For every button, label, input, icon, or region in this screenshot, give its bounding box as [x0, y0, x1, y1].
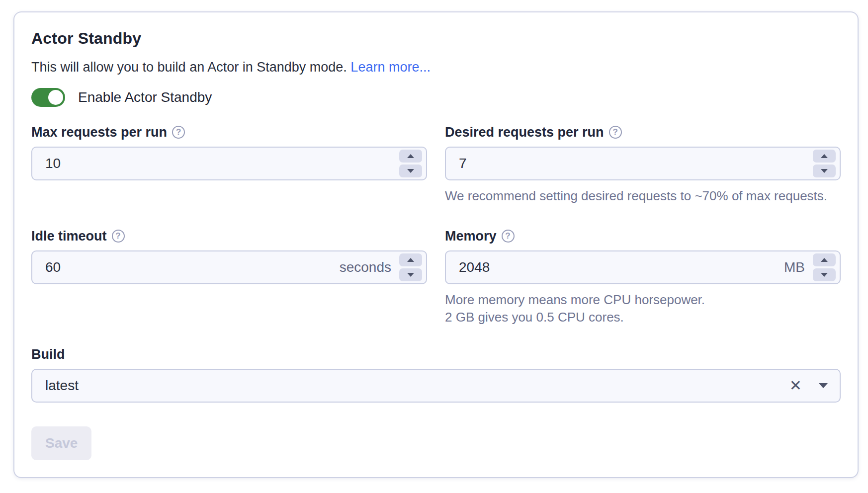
actor-standby-card: Actor Standby This will allow you to bui… — [13, 11, 859, 478]
chevron-down-icon[interactable] — [819, 383, 828, 388]
memory-helper: More memory means more CPU horsepower. 2… — [445, 291, 841, 326]
build-label: Build — [31, 347, 65, 362]
stepper-up-button[interactable] — [399, 253, 422, 266]
enable-standby-row: Enable Actor Standby — [31, 88, 841, 107]
memory-input[interactable] — [446, 251, 784, 283]
save-button[interactable]: Save — [31, 426, 91, 460]
field-max-requests: Max requests per run ? — [31, 124, 427, 180]
toggle-label: Enable Actor Standby — [78, 89, 212, 105]
max-requests-label: Max requests per run — [31, 125, 167, 140]
idle-timeout-input[interactable] — [32, 251, 340, 283]
field-desired-requests: Desired requests per run ? We recommend … — [445, 124, 841, 205]
section-title: Actor Standby — [31, 29, 841, 48]
arrow-up-icon — [821, 258, 828, 262]
enable-standby-toggle[interactable] — [31, 88, 65, 107]
build-select[interactable]: ✕ — [31, 369, 841, 403]
memory-label: Memory — [445, 229, 497, 244]
field-memory: Memory ? MB More memory means more CPU h… — [445, 228, 841, 326]
arrow-up-icon — [407, 258, 414, 262]
desired-requests-label: Desired requests per run — [445, 125, 604, 140]
arrow-up-icon — [407, 154, 414, 158]
field-build: Build ✕ — [31, 346, 841, 403]
help-icon[interactable]: ? — [502, 230, 515, 243]
stepper-up-button[interactable] — [399, 150, 422, 163]
memory-inputbox: MB — [445, 250, 841, 284]
arrow-down-icon — [407, 169, 414, 173]
arrow-down-icon — [407, 273, 414, 277]
memory-helper-line: 2 GB gives you 0.5 CPU cores. — [445, 309, 841, 326]
field-idle-timeout: Idle timeout ? seconds — [31, 228, 427, 284]
idle-timeout-label: Idle timeout — [31, 229, 107, 244]
help-icon[interactable]: ? — [609, 126, 622, 139]
learn-more-link[interactable]: Learn more... — [350, 60, 431, 75]
arrow-up-icon — [821, 154, 828, 158]
max-requests-inputbox — [31, 147, 427, 180]
desired-requests-inputbox — [445, 147, 841, 180]
desired-requests-helper: We recommend setting desired requests to… — [445, 187, 841, 205]
description-text: This will allow you to build an Actor in… — [31, 60, 347, 75]
arrow-down-icon — [821, 169, 828, 173]
stepper-up-button[interactable] — [813, 253, 836, 266]
clear-icon[interactable]: ✕ — [789, 378, 802, 393]
memory-unit: MB — [784, 259, 805, 275]
memory-helper-line: More memory means more CPU horsepower. — [445, 291, 841, 309]
idle-timeout-unit: seconds — [340, 259, 391, 275]
stepper-down-button[interactable] — [399, 268, 422, 281]
build-input[interactable] — [32, 370, 789, 402]
stepper-down-button[interactable] — [399, 164, 422, 177]
idle-timeout-inputbox: seconds — [31, 250, 427, 284]
max-requests-input[interactable] — [32, 148, 399, 179]
toggle-knob-icon — [48, 90, 63, 105]
fields-grid: Max requests per run ? Desired requests … — [31, 124, 841, 326]
stepper-up-button[interactable] — [813, 150, 836, 163]
stepper-down-button[interactable] — [813, 268, 836, 281]
section-description: This will allow you to build an Actor in… — [31, 60, 841, 75]
help-icon[interactable]: ? — [172, 126, 185, 139]
arrow-down-icon — [821, 273, 828, 277]
desired-requests-input[interactable] — [446, 148, 813, 179]
help-icon[interactable]: ? — [112, 230, 125, 243]
stepper-down-button[interactable] — [813, 164, 836, 177]
